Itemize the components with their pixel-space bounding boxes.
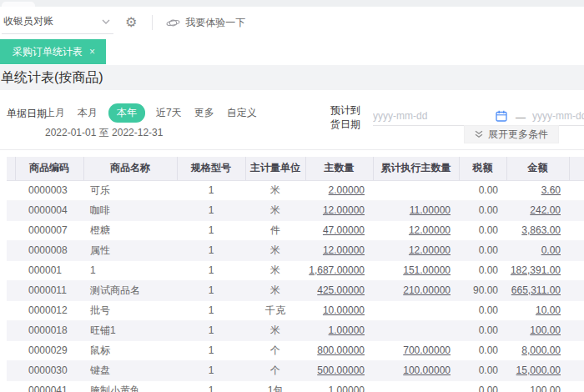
drilldown-link[interactable]: 10.00 [536,304,561,316]
report-table-wrap: 商品编码 商品名称 规格型号 主计量单位 主数量 累计执行主数量 税额 金额 0… [7,157,577,392]
chevron-down-icon [102,19,110,24]
cell-tax: 0.00 [459,340,506,360]
drilldown-link[interactable]: 3.60 [541,184,561,196]
cell-main-qty: 47.00000 [305,220,373,240]
drilldown-link[interactable]: 425.00000 [317,284,365,296]
dropdown-value: 收银员对账 [3,14,53,28]
drilldown-link[interactable]: 100.00000 [403,364,451,376]
drilldown-link[interactable]: 11.00000 [410,204,451,216]
cell-main-unit: 米 [245,260,305,280]
drilldown-link[interactable]: 47.00000 [323,224,365,236]
table-row: 0000030键盘1个500.00000100.000000.0015,000.… [7,360,584,380]
drilldown-link[interactable]: 182,391.00 [511,264,561,276]
cell-executed-qty [373,180,459,200]
drilldown-link[interactable]: 1,687.00000 [309,264,365,276]
cell-main-unit: 米 [245,200,305,220]
drilldown-link[interactable]: 665,311.00 [511,284,561,296]
document-tab-bar: 采购订单统计表 × [0,38,584,65]
tab-purchase-order-stats[interactable]: 采购订单统计表 × [0,39,106,64]
cell-product-code: 0000029 [15,340,83,360]
cell-blank-end [569,260,584,280]
drilldown-link[interactable]: 8,000.00 [521,344,561,356]
arrival-end-input[interactable] [532,110,584,122]
cell-product-name: 腌制小黄鱼 [83,380,177,392]
cell-executed-qty [373,300,459,320]
col-header-product-name: 商品名称 [83,157,177,180]
option-this-month[interactable]: 本月 [76,103,99,123]
cell-amount: 100.00 [506,380,569,392]
drilldown-link[interactable]: 700.00000 [403,344,451,356]
date-quick-options: 上月 本月 本年 近7天 更多 自定义 [43,103,259,123]
drilldown-link[interactable]: 210.00000 [403,284,451,296]
drilldown-link[interactable]: 12.00000 [323,244,365,256]
cell-blank-end [569,300,584,320]
drilldown-link[interactable]: 12.00000 [323,204,365,216]
cell-product-code: 0000018 [15,320,83,340]
experience-link[interactable]: 我要体验一下 [166,16,245,30]
cell-executed-qty: 11.00000 [373,200,459,220]
arrival-start-input[interactable] [373,110,496,122]
cell-tax: 0.00 [459,360,506,380]
cell-blank-end [569,340,584,360]
drilldown-link[interactable]: 0.00 [541,244,561,256]
drilldown-link[interactable]: 800.00000 [317,344,365,356]
cell-main-qty: 1,687.00000 [305,260,373,280]
cell-blank-end [569,240,584,260]
drilldown-link[interactable]: 12.00000 [409,244,451,256]
double-chevron-down-icon [475,130,483,138]
cell-spec-model: 1 [177,200,245,220]
cell-spec-model: 1 [177,320,245,340]
cell-blank-end [569,200,584,220]
cell-product-code: 0000004 [15,200,83,220]
cell-blank-end [569,360,584,380]
drilldown-link[interactable]: 1.00000 [329,324,365,336]
cell-blank [7,380,15,392]
option-more[interactable]: 更多 [193,103,216,123]
selected-date-range: 2022-01-01 至 2022-12-31 [45,126,163,140]
cell-spec-model: 1 [177,220,245,240]
option-last-7-days[interactable]: 近7天 [154,103,184,123]
cell-amount: 3,863.00 [506,220,569,240]
cell-blank [7,180,15,200]
drilldown-link[interactable]: 10.00000 [323,304,365,316]
cell-spec-model: 1 [177,240,245,260]
cell-spec-model: 1 [177,340,245,360]
cell-main-qty: 12.00000 [305,240,373,260]
cell-executed-qty: 100.00000 [373,360,459,380]
calendar-icon[interactable] [496,110,507,122]
close-icon[interactable]: × [89,46,95,58]
gear-icon: ⚙ [125,16,137,29]
table-row: 0000029鼠标1个800.00000700.000000.008,000.0… [7,340,584,360]
doc-date-label: 单据日期 [7,107,47,121]
cell-main-qty: 12.00000 [305,200,373,220]
drilldown-link[interactable]: 15,000.00 [516,364,561,376]
cell-tax: 0.00 [459,180,506,200]
drilldown-link[interactable]: 3,863.00 [521,224,561,236]
cell-executed-qty: 12.00000 [373,240,459,260]
settings-button[interactable]: ⚙ [125,16,137,29]
arrival-date-label: 预计到货日期 [330,103,365,132]
cell-amount: 8,000.00 [506,340,569,360]
title-bar: 单统计表(按商品) [0,65,584,90]
planet-icon [166,18,180,28]
cell-amount: 10.00 [506,300,569,320]
range-dash: — [516,112,526,123]
drilldown-link[interactable]: 500.00000 [317,364,365,376]
option-last-month[interactable]: 上月 [43,103,67,123]
report-selector-dropdown[interactable]: 收银员对账 [2,11,113,34]
drilldown-link[interactable]: 2.00000 [329,184,365,196]
cell-product-code: 000001 [15,260,83,280]
experience-label: 我要体验一下 [185,16,245,30]
drilldown-link[interactable]: 242.00 [530,204,561,216]
drilldown-link[interactable]: 151.00000 [403,264,451,276]
option-custom[interactable]: 自定义 [225,103,259,123]
arrival-end-box [532,110,584,126]
table-row: 0000041腌制小黄鱼11包1.000000.00100.00 [7,380,584,392]
cell-product-code: 0000030 [15,360,83,380]
drilldown-link[interactable]: 12.00000 [409,224,451,236]
table-body: 0000003可乐1米2.000000.003.600000004咖啡1米12.… [7,180,584,392]
option-this-year[interactable]: 本年 [108,103,145,123]
expand-more-conditions-button[interactable]: 展开更多条件 [464,125,559,143]
drilldown-link[interactable]: 100.00 [530,324,561,336]
cell-product-code: 0000007 [15,220,83,240]
